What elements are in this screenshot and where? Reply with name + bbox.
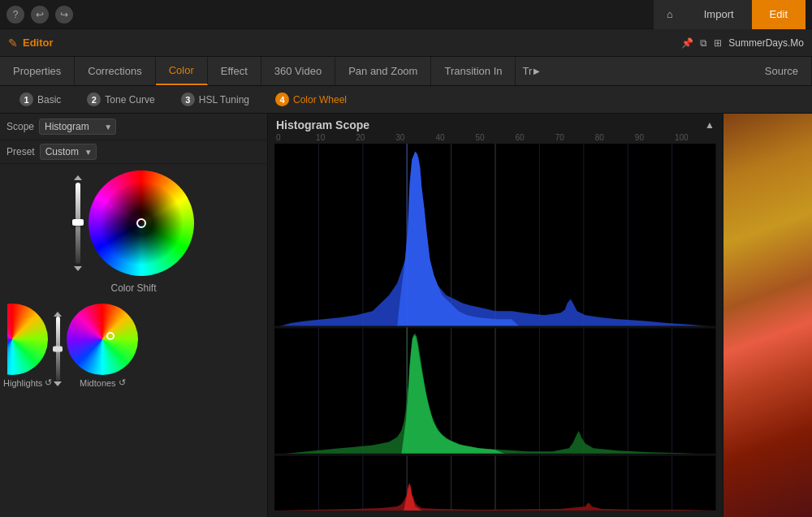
top-bar: ? ↩ ↪ ⌂ Import Edit	[0, 0, 812, 29]
tab-color[interactable]: Color	[156, 57, 208, 85]
subtab-tonecurve[interactable]: 2 Tone Curve	[76, 89, 166, 110]
editor-filename: SummerDays.Mo	[728, 37, 804, 49]
preset-label: Preset	[6, 146, 35, 157]
subtab-basic[interactable]: 1 Basic	[8, 89, 72, 110]
tab-corrections[interactable]: Corrections	[75, 57, 155, 85]
bottom-wheels-row: Highlights ↺ Midto	[0, 300, 267, 391]
tab-properties[interactable]: Properties	[0, 57, 75, 85]
color-wheel-section: Color Shift	[0, 164, 267, 300]
tab-source[interactable]: Source	[752, 57, 812, 85]
tab-panzoom[interactable]: Pan and Zoom	[335, 57, 431, 85]
preset-row: Preset Custom Default ▼	[0, 140, 267, 164]
midtones-slider-track	[56, 317, 60, 381]
subtab-label-hsltuning: HSL Tuning	[199, 94, 249, 106]
scope-row: Scope Histogram Waveform Vectorscope ▼	[0, 114, 267, 140]
copy-icon[interactable]: ⧉	[700, 37, 707, 49]
help-icon[interactable]: ?	[6, 6, 24, 24]
source-image	[723, 114, 812, 517]
subtab-num-colorwheel: 4	[275, 93, 289, 106]
undo-icon[interactable]: ↩	[31, 6, 49, 24]
tabs-row: Properties Corrections Color Effect 360 …	[0, 57, 812, 86]
center-panel: Histogram Scope ▲ 0 10 20 30 40 50 60 70…	[268, 114, 723, 517]
tab-more[interactable]: Tr ▶	[516, 57, 546, 85]
subtab-num-hsltuning: 3	[181, 93, 195, 106]
midtones-slider-thumb	[53, 347, 63, 352]
highlights-wheel[interactable]	[7, 304, 48, 375]
histogram-expand-icon[interactable]: ▲	[705, 119, 715, 131]
midtones-down-arrow-icon[interactable]	[54, 381, 62, 386]
histogram-title: Histogram Scope	[276, 118, 369, 131]
color-shift-label: Color Shift	[110, 282, 156, 294]
editor-bar: ✎ Editor 📌 ⧉ ⊞ SummerDays.Mo	[0, 29, 812, 57]
brightness-slider-thumb	[72, 219, 84, 226]
svg-marker-19	[401, 335, 508, 455]
subtab-hsltuning[interactable]: 3 HSL Tuning	[170, 89, 261, 110]
main-content: Scope Histogram Waveform Vectorscope ▼ P…	[0, 114, 812, 517]
brightness-slider-track	[76, 183, 80, 264]
histogram-header: Histogram Scope ▲	[268, 114, 723, 133]
subtab-num-basic: 1	[19, 93, 33, 106]
highlights-label-row: Highlights ↺	[3, 377, 52, 388]
midtones-wheel-item: Midtones ↺	[67, 304, 138, 388]
histogram-canvas	[274, 144, 716, 511]
midtones-label: Midtones	[80, 378, 116, 388]
editor-pencil-icon: ✎	[8, 37, 18, 50]
redo-icon[interactable]: ↪	[55, 6, 73, 24]
subtab-label-basic: Basic	[37, 94, 61, 106]
tab-transition[interactable]: Transition In	[431, 57, 516, 85]
midtones-label-row: Midtones ↺	[80, 377, 126, 388]
subtab-num-tonecurve: 2	[87, 93, 101, 106]
tab-effect[interactable]: Effect	[208, 57, 261, 85]
midtones-wheel[interactable]	[67, 304, 138, 375]
top-bar-left: ? ↩ ↪	[6, 6, 73, 24]
scope-select-wrapper: Histogram Waveform Vectorscope ▼	[39, 118, 116, 135]
histogram-svg	[274, 144, 716, 511]
subtabs-row: 1 Basic 2 Tone Curve 3 HSL Tuning 4 Colo…	[0, 86, 812, 114]
color-wheel-dot	[136, 218, 146, 228]
highlights-reset-icon[interactable]: ↺	[45, 377, 52, 388]
highlights-wheel-container	[7, 304, 48, 375]
wheel-with-slider	[74, 170, 194, 276]
preset-select[interactable]: Custom Default	[40, 144, 97, 160]
edit-button[interactable]: Edit	[752, 0, 806, 29]
grid-icon[interactable]: ⊞	[714, 37, 722, 49]
top-bar-right: ⌂ Import Edit	[654, 0, 806, 29]
svg-marker-15	[397, 152, 520, 327]
pin-icon[interactable]: 📌	[681, 37, 693, 49]
subtab-colorwheel[interactable]: 4 Color Wheel	[264, 89, 358, 110]
scope-select[interactable]: Histogram Waveform Vectorscope	[39, 118, 116, 135]
slider-up-arrow-icon[interactable]	[74, 175, 82, 180]
brightness-slider[interactable]	[74, 175, 82, 271]
subtab-label-colorwheel: Color Wheel	[293, 94, 347, 106]
home-button[interactable]: ⌂	[654, 0, 686, 29]
slider-down-arrow-icon[interactable]	[74, 266, 82, 271]
import-button[interactable]: Import	[686, 0, 752, 29]
preset-select-wrapper: Custom Default ▼	[40, 144, 97, 160]
scope-label: Scope	[6, 121, 34, 132]
midtones-wheel-container	[67, 304, 138, 375]
right-panel	[723, 114, 812, 517]
left-panel: Scope Histogram Waveform Vectorscope ▼ P…	[0, 114, 268, 517]
color-wheel-main[interactable]	[89, 170, 194, 276]
midtones-wheel-dot	[106, 332, 114, 340]
editor-title: Editor	[23, 37, 54, 49]
highlights-label: Highlights	[3, 378, 42, 388]
tab-more-arrow-icon: ▶	[533, 67, 540, 75]
editor-bar-right: 📌 ⧉ ⊞ SummerDays.Mo	[681, 37, 804, 49]
highlights-wheel-item: Highlights ↺	[3, 304, 52, 388]
midtones-reset-icon[interactable]: ↺	[119, 377, 126, 388]
tab-360video[interactable]: 360 Video	[261, 57, 335, 85]
subtab-label-tonecurve: Tone Curve	[105, 94, 154, 106]
histogram-scale: 0 10 20 30 40 50 60 70 80 90 100	[268, 133, 723, 144]
midtones-slider[interactable]	[54, 312, 62, 386]
editor-bar-left: ✎ Editor	[8, 37, 54, 50]
